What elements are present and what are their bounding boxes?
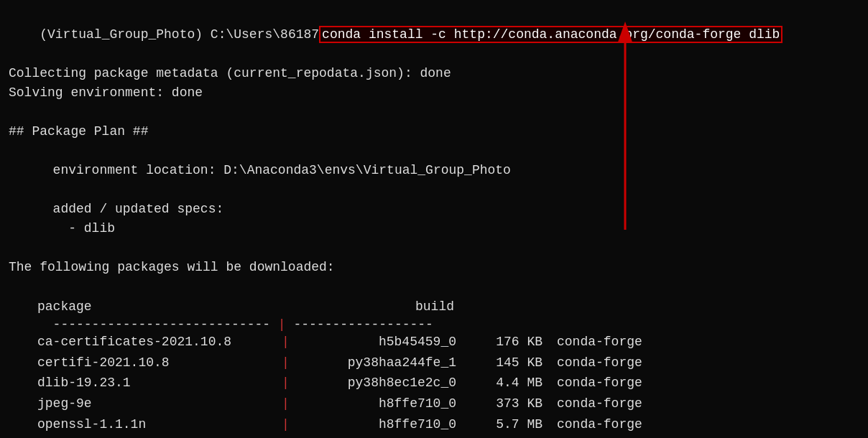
empty-line-2: [9, 141, 859, 161]
table-data-rows: ca-certificates-2021.10.8 | h5b45459_0 1…: [9, 332, 859, 438]
table-row: dlib-19.23.1 | py38h8ec1e2c_0 4.4 MB con…: [37, 373, 859, 393]
pkg-channel-1: conda-forge: [557, 332, 642, 353]
pkg-size-2: 145 KB: [471, 353, 557, 373]
table-header: package build: [37, 297, 859, 317]
table-divider-top: ---------------------------- | ---------…: [9, 317, 859, 332]
table-row: certifi-2021.10.8 | py38haa244fe_1 145 K…: [37, 353, 859, 373]
pkg-build-3: py38h8ec1e2c_0: [284, 373, 471, 393]
output-line-1: Collecting package metadata (current_rep…: [9, 64, 859, 83]
table-row: ca-certificates-2021.10.8 | h5b45459_0 1…: [37, 332, 859, 353]
pkg-size-5: 5.7 MB: [471, 414, 557, 435]
command-line: (Virtual_Group_Photo) C:\Users\86187cond…: [9, 6, 859, 64]
divider-left: ----------------------------: [53, 317, 270, 332]
pkg-name-1: ca-certificates-2021.10.8: [37, 332, 282, 353]
divider-separator: |: [270, 317, 293, 332]
output-line-2: Solving environment: done: [9, 83, 859, 103]
table-header-row: package build: [9, 297, 859, 317]
pkg-size-1: 176 KB: [471, 332, 557, 353]
table-row: python_abi-3.8 | 2_cp38 4 KB conda-forge: [37, 435, 859, 438]
pkg-channel-5: conda-forge: [557, 414, 642, 435]
pkg-name-3: dlib-19.23.1: [37, 373, 282, 393]
pkg-build-2: py38haa244fe_1: [284, 353, 471, 373]
pkg-build-4: h8ffe710_0: [284, 393, 471, 414]
pkg-size-6: 4 KB: [471, 435, 557, 438]
divider-right: ------------------: [293, 317, 433, 332]
build-col-header: build: [282, 297, 468, 317]
env-location: environment location: D:\Anaconda3\envs\…: [9, 161, 859, 180]
empty-line-5: [9, 277, 859, 297]
table-row: jpeg-9e | h8ffe710_0 373 KB conda-forge: [37, 393, 859, 414]
pkg-name-6: python_abi-3.8: [37, 435, 282, 438]
packages-table-section: package build --------------------------…: [9, 297, 859, 438]
added-updated-specs: added / updated specs:: [9, 200, 859, 219]
pkg-name-5: openssl-1.1.1n: [37, 414, 282, 435]
highlighted-command: conda install -c http://conda.anaconda.o…: [319, 26, 782, 43]
package-col-header: package: [37, 297, 282, 317]
table-row: openssl-1.1.1n | h8ffe710_0 5.7 MB conda…: [37, 414, 859, 435]
pkg-build-1: h5b45459_0: [284, 332, 471, 353]
pkg-build-5: h8ffe710_0: [284, 414, 471, 435]
pkg-channel-2: conda-forge: [557, 353, 642, 373]
terminal-window: (Virtual_Group_Photo) C:\Users\86187cond…: [0, 0, 868, 438]
pkg-channel-6: conda-forge: [557, 435, 642, 438]
pkg-size-4: 373 KB: [471, 393, 557, 414]
size-col-header: [468, 297, 555, 317]
pkg-channel-3: conda-forge: [557, 373, 642, 393]
package-plan-header: ## Package Plan ##: [9, 122, 859, 141]
pkg-name-4: jpeg-9e: [37, 393, 282, 414]
pkg-channel-4: conda-forge: [557, 393, 642, 414]
empty-line-4: [9, 238, 859, 258]
pkg-name-2: certifi-2021.10.8: [37, 353, 282, 373]
empty-line-3: [9, 180, 859, 200]
spec-dlib: - dlib: [9, 219, 859, 238]
following-packages: The following packages will be downloade…: [9, 258, 859, 277]
pkg-size-3: 4.4 MB: [471, 373, 557, 393]
pkg-build-6: 2_cp38: [284, 435, 471, 438]
prompt-prefix: (Virtual_Group_Photo) C:\Users\86187: [40, 27, 319, 42]
empty-line-1: [9, 103, 859, 122]
